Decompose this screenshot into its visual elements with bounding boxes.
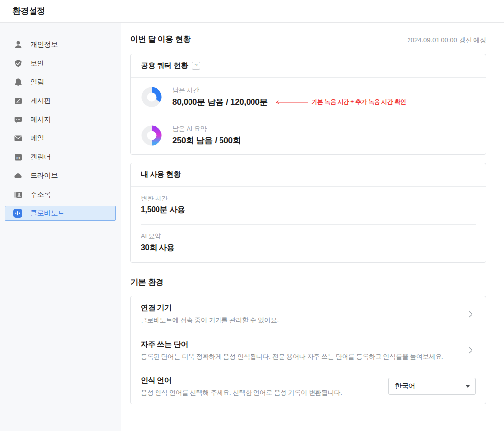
setting-description: 음성 인식 언어를 선택해 주세요. 선택한 언어로 음성 기록이 변환됩니다. [141, 388, 342, 397]
sidebar-item-contacts[interactable]: 주소록 [0, 185, 121, 204]
usage-label: 변환 시간 [141, 194, 476, 203]
annotation-arrow-icon [274, 100, 309, 105]
basic-settings-title: 기본 환경 [130, 277, 486, 288]
sidebar-item-label: 알림 [31, 78, 44, 87]
annotation-text: 기본 녹음 시간 + 추가 녹음 시간 확인 [312, 98, 406, 106]
sidebar-item-drive[interactable]: 드라이브 [0, 166, 121, 185]
sidebar: 개인정보 보안 알림 [0, 23, 121, 431]
usage-label: AI 요약 [141, 232, 476, 241]
svg-text:31: 31 [16, 156, 20, 160]
page-title: 환경설정 [12, 5, 45, 17]
conversion-time-row: 변환 시간 1,500분 사용 [131, 187, 486, 224]
quota-label: 남은 시간 [172, 86, 406, 95]
sidebar-item-label: 보안 [31, 59, 44, 68]
shield-check-icon [14, 59, 23, 68]
usage-value: 1,500분 사용 [141, 205, 185, 214]
message-icon [14, 115, 23, 124]
setting-description: 등록된 단어는 더욱 정확하게 음성 인식됩니다. 전문 용어나 자주 쓰는 단… [141, 352, 443, 361]
sidebar-item-board[interactable]: 게시판 [0, 92, 121, 110]
mail-icon [14, 134, 23, 143]
person-icon [14, 40, 23, 49]
sidebar-item-label: 클로바노트 [31, 209, 64, 218]
chevron-right-icon [468, 310, 473, 319]
sidebar-item-security[interactable]: 보안 [0, 54, 121, 73]
usage-section-title: 이번 달 이용 현황 [130, 34, 190, 45]
setting-title: 연결 기기 [141, 303, 279, 313]
sidebar-item-notifications[interactable]: 알림 [0, 73, 121, 92]
quota-value: 80,000분 남음 / 120,000분 [172, 97, 268, 108]
setting-title: 인식 언어 [141, 376, 342, 385]
sidebar-nav: 개인정보 보안 알림 [0, 35, 121, 221]
chevron-right-icon [468, 346, 473, 355]
sidebar-item-label: 개인정보 [31, 40, 58, 49]
ai-summary-usage-row: AI 요약 30회 사용 [131, 225, 486, 262]
quota-value: 250회 남음 / 500회 [172, 135, 241, 146]
sidebar-item-label: 메시지 [31, 115, 51, 124]
sidebar-item-mail[interactable]: 메일 [0, 129, 121, 148]
setting-row-connected-devices[interactable]: 연결 기기 클로바노트에 접속 중이 기기를 관리할 수 있어요. [131, 296, 486, 332]
language-select[interactable]: 한국어 [388, 378, 476, 395]
my-usage-title: 내 사용 현황 [141, 170, 181, 179]
board-icon [14, 97, 23, 105]
basic-settings-card: 연결 기기 클로바노트에 접속 중이 기기를 관리할 수 있어요. 자주 쓰는 … [130, 296, 486, 404]
sidebar-item-label: 드라이브 [31, 171, 58, 180]
annotation: 기본 녹음 시간 + 추가 녹음 시간 확인 [274, 98, 406, 106]
contacts-icon [14, 190, 23, 199]
setting-row-frequent-words[interactable]: 자주 쓰는 단어 등록된 단어는 더욱 정확하게 음성 인식됩니다. 전문 용어… [131, 332, 486, 368]
sidebar-item-clovanote[interactable]: 클로바노트 [5, 206, 116, 221]
remaining-ai-summary-donut [141, 125, 162, 146]
quota-label: 남은 AI 요약 [172, 124, 241, 133]
renewal-note: 2024.09.01 00:00 갱신 예정 [408, 36, 486, 45]
my-usage-card: 내 사용 현황 변환 시간 1,500분 사용 AI 요약 30회 사용 [130, 163, 486, 263]
settings-page: 환경설정 개인정보 보안 [0, 0, 504, 431]
clovanote-icon [13, 208, 23, 218]
setting-title: 자주 쓰는 단어 [141, 340, 443, 349]
usage-value: 30회 사용 [141, 243, 174, 252]
sidebar-item-messages[interactable]: 메시지 [0, 110, 121, 129]
main-content: 이번 달 이용 현황 2024.09.01 00:00 갱신 예정 공용 쿼터 … [121, 23, 504, 431]
sidebar-item-personal-info[interactable]: 개인정보 [0, 35, 121, 54]
sidebar-item-label: 캘린더 [31, 153, 51, 162]
remaining-time-row: 남은 시간 80,000분 남음 / 120,000분 기본 녹음 시간 + 추… [131, 78, 486, 116]
setting-description: 클로바노트에 접속 중이 기기를 관리할 수 있어요. [141, 316, 279, 325]
sidebar-item-label: 주소록 [31, 190, 51, 199]
drive-cloud-icon [14, 171, 23, 180]
remaining-ai-summary-row: 남은 AI 요약 250회 남음 / 500회 [131, 116, 486, 154]
sidebar-item-calendar[interactable]: 31 캘린더 [0, 148, 121, 166]
sidebar-item-label: 게시판 [31, 97, 51, 105]
bell-icon [14, 78, 23, 87]
setting-row-recognition-language: 인식 언어 음성 인식 언어를 선택해 주세요. 선택한 언어로 음성 기록이 … [131, 368, 486, 404]
remaining-time-donut [141, 86, 162, 108]
caret-down-icon [466, 385, 470, 388]
shared-quota-card: 공용 쿼터 현황 ? 남은 시간 80,000분 남음 / 120,000분 [130, 54, 486, 155]
calendar-icon: 31 [14, 153, 23, 162]
shared-quota-title: 공용 쿼터 현황 [141, 61, 188, 70]
language-select-value: 한국어 [395, 382, 415, 391]
page-header: 환경설정 [0, 0, 504, 23]
sidebar-item-label: 메일 [31, 134, 44, 143]
help-icon[interactable]: ? [192, 62, 200, 70]
